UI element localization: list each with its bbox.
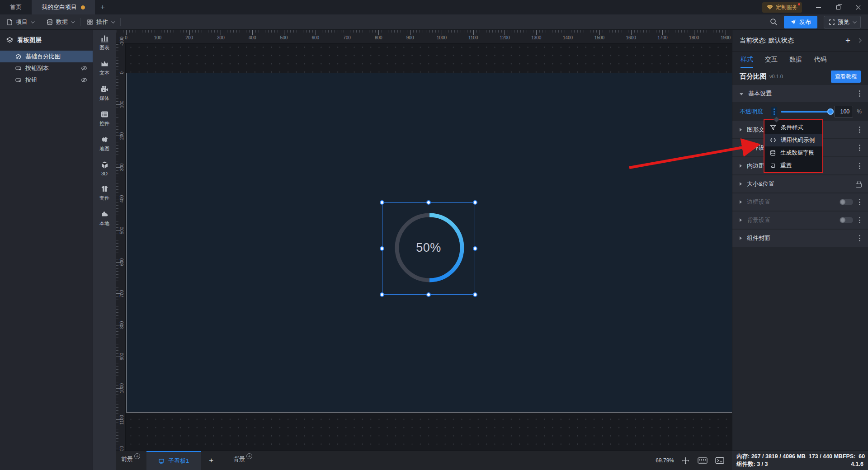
resize-handle-n[interactable] — [426, 200, 431, 205]
ruler-label: 500 — [119, 227, 124, 235]
add-state-button[interactable]: + — [845, 36, 850, 46]
resize-handle-w[interactable] — [380, 246, 384, 251]
resize-handle-ne[interactable] — [473, 200, 477, 205]
section-options-button[interactable] — [858, 125, 862, 134]
settings-section-row[interactable]: 基本设置 — [732, 85, 868, 102]
resize-handle-sw[interactable] — [380, 292, 384, 297]
dock-item-local[interactable]: 本地 — [93, 206, 116, 231]
menu-item-code-example[interactable]: 调用代码示例 — [764, 134, 822, 146]
expand-states-icon[interactable] — [857, 38, 862, 43]
cube-3d-icon — [100, 161, 109, 169]
eye-hidden-icon[interactable] — [81, 77, 87, 83]
ruler-label: 0 — [119, 71, 124, 74]
dock-item-text[interactable]: 文本 — [93, 55, 116, 80]
foreground-button[interactable]: 前景 + — [116, 451, 143, 470]
settings-section-row[interactable]: 组件封面 — [732, 230, 868, 247]
resize-handle-e[interactable] — [473, 246, 477, 251]
button-component-icon — [15, 66, 21, 71]
maximize-button[interactable] — [828, 0, 848, 14]
menu-operate[interactable]: 操作 — [80, 14, 120, 29]
board-tab-active[interactable]: 子看板1 — [146, 451, 201, 470]
search-icon[interactable] — [770, 18, 778, 26]
menu-item-conditional-style[interactable]: 条件样式 — [764, 121, 822, 134]
resize-handle-s[interactable] — [426, 292, 431, 297]
properties-panel: 当前状态: 默认状态 + 样式 交互 数据 代码 百分比图 v0.1.0 查看教… — [732, 30, 868, 451]
add-board-button[interactable]: + — [201, 451, 222, 470]
zoom-level-value[interactable]: 69.79% — [656, 457, 674, 464]
opacity-slider[interactable] — [781, 111, 830, 113]
ruler-label: 300 — [119, 164, 124, 171]
add-background-icon[interactable]: + — [246, 453, 252, 459]
section-options-button[interactable] — [858, 216, 862, 225]
custom-service-button[interactable]: 定制服务 — [762, 2, 802, 13]
close-button[interactable] — [848, 0, 868, 14]
section-expand-arrow — [740, 236, 742, 240]
add-foreground-icon[interactable]: + — [134, 453, 140, 459]
section-enable-toggle[interactable] — [840, 199, 853, 205]
menu-project[interactable]: 项目 — [0, 14, 40, 29]
section-label: 大小&位置 — [747, 180, 774, 188]
fit-to-screen-button[interactable] — [679, 456, 691, 465]
section-label: 边框设置 — [747, 198, 770, 206]
section-label: 背景设置 — [747, 216, 770, 224]
selected-component-percentage-chart[interactable]: 50% — [382, 202, 475, 295]
minimize-button[interactable] — [808, 0, 828, 14]
section-expand-arrow — [740, 128, 742, 132]
publish-button[interactable]: 发布 — [784, 16, 817, 28]
section-options-button[interactable] — [858, 89, 862, 98]
dock-item-media[interactable]: 媒体 — [93, 80, 116, 106]
dock-item-3d[interactable]: 3D — [93, 156, 116, 180]
dock-item-widgets[interactable]: 控件 — [93, 106, 116, 131]
tab-data[interactable]: 数据 — [789, 52, 802, 68]
section-options-button[interactable] — [858, 143, 862, 152]
lock-icon[interactable] — [856, 183, 862, 188]
shortcut-keys-button[interactable] — [697, 456, 708, 465]
tab-home[interactable]: 首页 — [0, 0, 32, 14]
background-button[interactable]: 背景 + — [228, 451, 255, 470]
view-tutorial-button[interactable]: 查看教程 — [831, 70, 861, 83]
ruler-label: 1200 — [119, 446, 124, 451]
settings-section-row[interactable]: 背景设置 — [732, 212, 868, 229]
layer-item-percentage-chart[interactable]: 基础百分比图 — [0, 51, 93, 62]
layers-panel: 看板图层 基础百分比图 按钮副本 按钮 — [0, 30, 93, 470]
menu-item-reset[interactable]: 重置 — [764, 159, 822, 172]
section-options-button[interactable] — [858, 234, 862, 243]
design-canvas[interactable]: 0100200300400500600700800900100011001200… — [116, 30, 732, 451]
opacity-value-input[interactable]: 100 — [834, 106, 853, 118]
section-options-button[interactable] — [858, 161, 862, 170]
menu-item-label: 生成数据字段 — [780, 149, 814, 157]
section-expand-arrow — [740, 164, 742, 168]
resize-handle-se[interactable] — [473, 292, 477, 297]
opacity-options-button[interactable] — [771, 107, 777, 117]
dock-item-maps[interactable]: 地图 — [93, 131, 116, 156]
ruler-label: 1300 — [531, 35, 541, 40]
preview-button[interactable]: 预览 — [824, 16, 861, 28]
tab-style[interactable]: 样式 — [741, 52, 753, 68]
code-icon — [770, 137, 776, 143]
section-enable-toggle[interactable] — [840, 217, 853, 223]
section-options-button[interactable] — [858, 197, 862, 207]
menu-item-generate-data-field[interactable]: 生成数据字段 — [764, 146, 822, 159]
tab-interaction[interactable]: 交互 — [765, 52, 778, 68]
layer-item-button[interactable]: 按钮 — [0, 74, 93, 86]
opacity-slider-knob[interactable] — [827, 108, 834, 115]
eye-hidden-icon[interactable] — [81, 66, 87, 71]
new-tab-button[interactable]: + — [95, 0, 110, 14]
console-button[interactable] — [714, 456, 726, 465]
menu-data[interactable]: 数据 — [40, 14, 80, 29]
main-toolbar: 项目 数据 操作 发布 预览 — [0, 14, 868, 30]
section-expand-arrow — [740, 93, 743, 95]
settings-section-row[interactable]: 边框设置 — [732, 193, 868, 211]
layer-item-button-copy[interactable]: 按钮副本 — [0, 62, 93, 74]
ruler-label: 600 — [119, 258, 124, 266]
tab-code[interactable]: 代码 — [814, 52, 826, 68]
resize-handle-nw[interactable] — [380, 200, 384, 205]
dock-item-charts[interactable]: 图表 — [93, 30, 116, 55]
tab-project[interactable]: 我的空白项目 — [32, 0, 95, 14]
status-bar: 内存: 267 / 3819 / 4096 MB 173 / 440 MB FP… — [732, 451, 868, 470]
settings-section-row[interactable]: 大小&位置 — [732, 175, 868, 193]
publish-label: 发布 — [799, 18, 811, 26]
dock-item-label: 本地 — [99, 220, 109, 227]
section-trailing — [840, 197, 862, 207]
dock-item-kits[interactable]: 套件 — [93, 180, 116, 206]
